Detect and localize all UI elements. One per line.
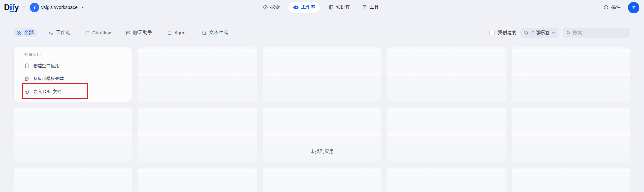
chevron-down-icon xyxy=(552,31,555,35)
create-from-template-button[interactable]: 从应用模板创建 xyxy=(18,73,128,84)
app-card-placeholder xyxy=(263,47,381,102)
filter-bar: 全部 工作流 Chatflow 聊天助手 Agent 文本生成 我创建的 xyxy=(14,27,630,38)
breadcrumb-separator: / xyxy=(23,5,25,11)
workspace-avatar: Y xyxy=(30,3,39,12)
grid-icon xyxy=(17,30,22,35)
chevron-down-icon xyxy=(81,5,85,9)
app-card-placeholder xyxy=(14,168,132,192)
create-row-label: 从应用模板创建 xyxy=(33,76,64,82)
nav-label: 探索 xyxy=(270,4,280,11)
tab-label: 聊天助手 xyxy=(133,30,152,36)
app-card-placeholder xyxy=(138,47,257,102)
top-bar-left: Dify / Y yslg's Workspace xyxy=(4,0,87,15)
tab-label: 全部 xyxy=(24,30,34,36)
filter-controls: 我创建的 全部标签 xyxy=(489,28,630,38)
nav-item-tools[interactable]: 工具 xyxy=(358,2,382,13)
tag-icon xyxy=(524,30,529,35)
file-add-icon xyxy=(24,63,30,69)
logo-letters-if: if xyxy=(10,3,15,12)
app-card-placeholder xyxy=(512,47,630,102)
search-icon xyxy=(566,30,571,35)
create-blank-app-button[interactable]: 创建空白应用 xyxy=(18,60,128,72)
app-card-placeholder xyxy=(263,168,381,192)
empty-state-message: 未找到应用 xyxy=(14,149,630,155)
nav-label: 知识库 xyxy=(336,4,350,11)
app-card-placeholder xyxy=(512,168,630,192)
tab-all[interactable]: 全部 xyxy=(14,28,37,38)
tab-workflow[interactable]: 工作流 xyxy=(45,28,73,38)
dify-logo[interactable]: Dify xyxy=(4,3,19,12)
create-row-label: 导入 DSL 文件 xyxy=(33,89,62,95)
tab-label: 文本生成 xyxy=(209,30,228,36)
workflow-icon xyxy=(48,30,53,35)
tag-filter-label: 全部标签 xyxy=(531,30,550,36)
workspace-name: yslg's Workspace xyxy=(41,5,78,10)
plugin-cube-icon xyxy=(603,5,609,10)
tab-chat-assistant[interactable]: 聊天助手 xyxy=(122,28,155,38)
book-icon xyxy=(328,5,334,10)
logo-letter-y: y xyxy=(15,3,19,12)
nav-label: 工具 xyxy=(370,4,379,11)
document-icon xyxy=(202,30,207,35)
import-dsl-file-button[interactable]: 导入 DSL 文件 xyxy=(18,86,128,97)
created-by-me-checkbox[interactable] xyxy=(489,30,495,35)
app-type-tabs: 全部 工作流 Chatflow 聊天助手 Agent 文本生成 xyxy=(14,28,231,38)
nav-label: 工作室 xyxy=(301,4,315,11)
user-avatar[interactable]: Y xyxy=(628,2,639,13)
create-app-title: 创建应用 xyxy=(18,52,128,57)
plugins-button[interactable]: 插件 xyxy=(601,2,623,13)
main-nav: 探索 工作室 知识库 工具 xyxy=(259,2,382,13)
logo-letter-d: D xyxy=(4,3,10,12)
tab-text-generation[interactable]: 文本生成 xyxy=(198,28,231,38)
tag-filter-dropdown[interactable]: 全部标签 xyxy=(520,28,559,38)
top-bar-right: 插件 Y xyxy=(601,0,639,15)
agent-icon xyxy=(167,30,172,35)
tab-label: Chatflow xyxy=(92,30,111,35)
workspace-selector[interactable]: Y yslg's Workspace xyxy=(28,2,87,13)
top-bar: Dify / Y yslg's Workspace 探索 工作室 知识库 工具 … xyxy=(0,0,644,15)
file-template-icon xyxy=(24,76,30,81)
tab-label: Agent xyxy=(174,30,187,35)
tab-label: 工作流 xyxy=(56,30,70,36)
create-row-label: 创建空白应用 xyxy=(33,63,60,69)
search-box xyxy=(563,28,630,38)
chat-bubble-icon xyxy=(126,30,131,35)
app-card-placeholder xyxy=(387,47,506,102)
created-by-me-label: 我创建的 xyxy=(497,30,516,36)
nav-item-studio[interactable]: 工作室 xyxy=(288,2,320,13)
search-input[interactable] xyxy=(573,30,627,35)
chat-bubble-icon xyxy=(85,30,90,35)
created-by-me-toggle[interactable]: 我创建的 xyxy=(489,30,516,36)
tab-agent[interactable]: Agent xyxy=(163,28,190,38)
create-app-card: 创建应用 创建空白应用 从应用模板创建 导入 DSL 文件 xyxy=(14,47,132,102)
nav-item-explore[interactable]: 探索 xyxy=(259,2,283,13)
app-card-placeholder xyxy=(387,168,506,192)
app-card-placeholder xyxy=(138,168,257,192)
plugins-label: 插件 xyxy=(611,4,621,11)
tool-icon xyxy=(362,5,367,10)
import-icon xyxy=(24,89,30,94)
compass-icon xyxy=(263,5,268,10)
tab-chatflow[interactable]: Chatflow xyxy=(82,28,114,38)
robot-icon xyxy=(293,4,299,11)
app-grid: 创建应用 创建空白应用 从应用模板创建 导入 DSL 文件 xyxy=(14,47,630,192)
nav-item-knowledge[interactable]: 知识库 xyxy=(325,2,354,13)
